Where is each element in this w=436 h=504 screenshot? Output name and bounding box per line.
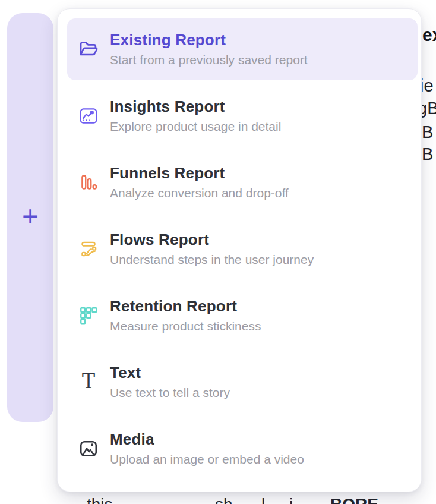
menu-item-label: Insights Report	[110, 99, 281, 114]
menu-item-text[interactable]: T Text Use text to tell a story	[67, 351, 418, 413]
background-text-fragment: B	[422, 124, 433, 141]
menu-item-funnels-report[interactable]: Funnels Report Analyze conversion and dr…	[67, 152, 418, 213]
menu-item-description: Measure product stickiness	[110, 320, 261, 332]
folder-open-icon	[67, 39, 110, 60]
insights-line-chart-icon	[67, 106, 110, 126]
menu-item-label: Flows Report	[110, 232, 314, 247]
background-text-fragment: l	[261, 496, 265, 504]
menu-item-label: Text	[110, 365, 230, 380]
background-text-fragment: this	[87, 496, 113, 504]
funnel-bars-icon	[67, 172, 110, 193]
menu-item-label: Retention Report	[110, 298, 261, 314]
menu-item-description: Understand steps in the user journey	[110, 253, 314, 266]
menu-item-insights-report[interactable]: Insights Report Explore product usage in…	[67, 85, 418, 147]
menu-item-label: Funnels Report	[110, 165, 289, 181]
menu-item-label: Existing Report	[110, 32, 308, 48]
board-add-rail: +	[7, 13, 53, 422]
menu-item-description: Start from a previously saved report	[110, 53, 308, 66]
background-text-fragment: sh	[215, 496, 233, 504]
text-icon-glyph: T	[82, 371, 95, 391]
add-item-button[interactable]: +	[22, 202, 39, 231]
add-report-menu: Existing Report Start from a previously …	[57, 8, 422, 492]
menu-item-retention-report[interactable]: Retention Report Measure product stickin…	[67, 285, 418, 346]
menu-item-description: Analyze conversion and drop-off	[110, 187, 289, 199]
menu-item-description: Upload an image or embed a video	[110, 453, 304, 465]
text-icon: T	[67, 373, 110, 391]
media-image-icon	[67, 439, 110, 459]
retention-grid-icon	[67, 305, 110, 326]
menu-item-media[interactable]: Media Upload an image or embed a video	[67, 418, 418, 480]
background-text-fragment: B	[422, 146, 433, 163]
flows-sankey-icon	[67, 239, 110, 259]
background-text-fragment: BORE	[330, 496, 378, 504]
background-text-fragment: ie	[420, 77, 434, 94]
background-text-fragment: i	[289, 496, 293, 504]
background-text-fragment: ex	[422, 26, 436, 44]
menu-item-description: Explore product usage in detail	[110, 120, 281, 133]
menu-item-description: Use text to tell a story	[110, 386, 230, 399]
menu-item-flows-report[interactable]: Flows Report Understand steps in the use…	[67, 218, 418, 280]
menu-item-existing-report[interactable]: Existing Report Start from a previously …	[67, 18, 418, 80]
menu-item-label: Media	[110, 431, 304, 447]
